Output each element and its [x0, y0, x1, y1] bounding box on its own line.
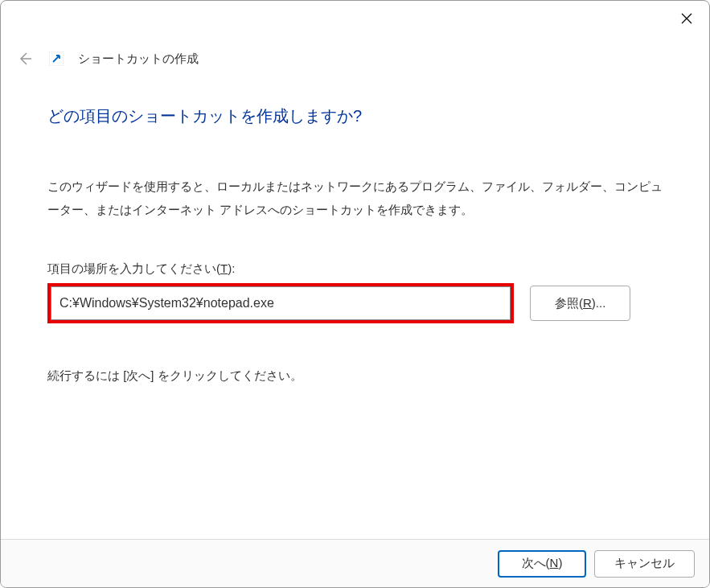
close-button[interactable]: [679, 10, 695, 27]
shortcut-icon: [49, 51, 64, 66]
next-button[interactable]: 次へ(N): [498, 550, 586, 578]
browse-button[interactable]: 参照(R)...: [530, 286, 630, 321]
input-row: 参照(R)...: [47, 283, 663, 323]
path-input-highlight: [47, 283, 514, 323]
location-input[interactable]: [51, 286, 511, 320]
dialog-title: ショートカットの作成: [78, 51, 199, 67]
description-text: このウィザードを使用すると、ローカルまたはネットワークにあるプログラム、ファイル…: [47, 175, 663, 221]
wizard-content: どの項目のショートカットを作成しますか? このウィザードを使用すると、ローカルま…: [47, 105, 663, 384]
dialog-header: ショートカットの作成: [15, 49, 199, 68]
back-button[interactable]: [15, 49, 35, 68]
dialog-footer: 次へ(N) キャンセル: [1, 539, 709, 587]
arrow-left-icon: [17, 51, 33, 67]
continue-instruction: 続行するには [次へ] をクリックしてください。: [47, 368, 663, 384]
page-heading: どの項目のショートカットを作成しますか?: [47, 105, 663, 127]
location-label: 項目の場所を入力してください(T):: [47, 261, 663, 277]
cancel-button[interactable]: キャンセル: [594, 550, 695, 578]
close-icon: [681, 13, 692, 24]
